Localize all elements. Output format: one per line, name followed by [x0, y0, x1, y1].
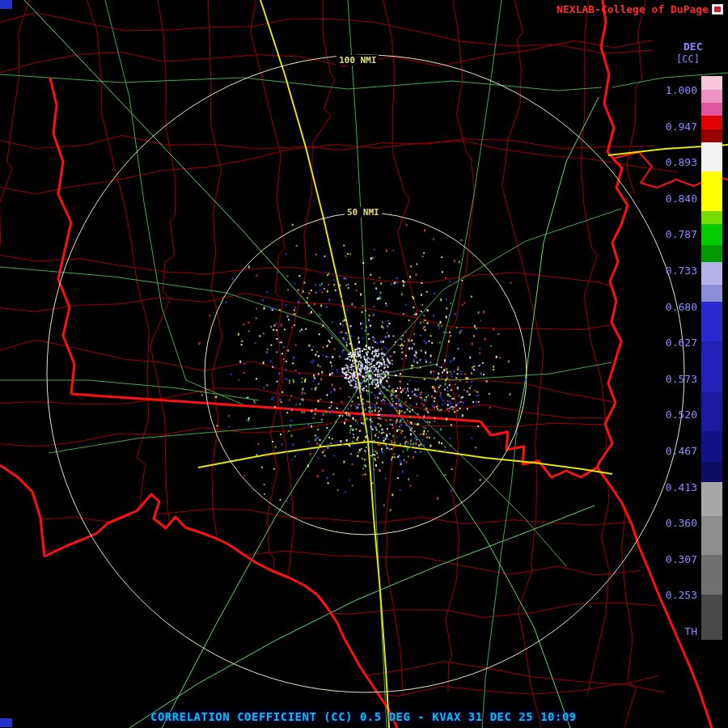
cod-logo-icon: [712, 4, 723, 15]
unit-label: DEC: [684, 40, 702, 53]
attribution-text: NEXLAB-College of DuPage: [557, 3, 709, 15]
product-label: [CC]: [676, 53, 700, 65]
colorbar: [701, 76, 722, 640]
range-ring-label-50nmi: 50 NMI: [345, 207, 382, 218]
attribution: NEXLAB-College of DuPage: [557, 3, 723, 15]
range-ring-label-100nmi: 100 NMI: [336, 55, 379, 66]
corner-marker-top-left: [0, 0, 12, 9]
radar-display: NEXLAB-College of DuPage DEC [CC] 1.0000…: [0, 0, 728, 728]
corner-marker-bottom-left: [0, 718, 12, 727]
status-text: CORRELATION COEFFICIENT (CC) 0.5 DEG - K…: [150, 710, 577, 723]
radar-echoes-canvas: [0, 0, 728, 728]
